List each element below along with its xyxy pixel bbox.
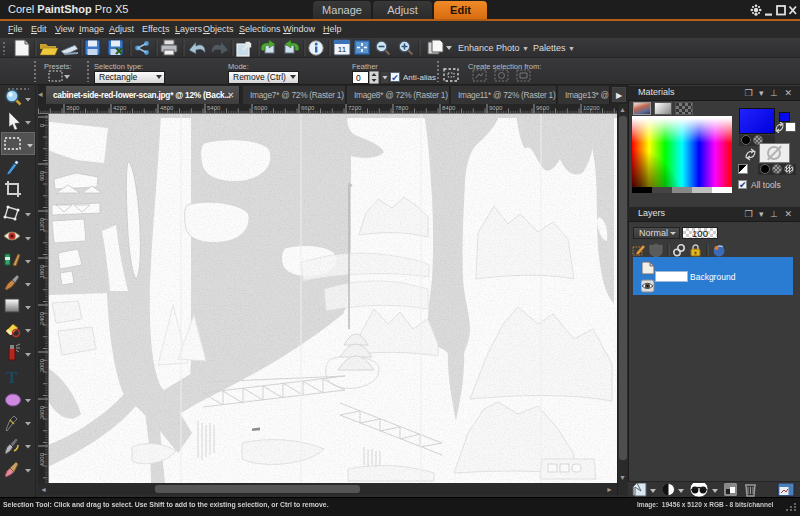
svg-text:9000: 9000 [489,105,503,111]
svg-text:4800: 4800 [160,105,174,111]
svg-text:6000: 6000 [254,105,268,111]
svg-text:9600: 9600 [536,105,550,111]
svg-text:600: 600 [39,170,45,181]
svg-text:8400: 8400 [442,105,456,111]
svg-text:4200: 4200 [39,452,45,466]
svg-text:1200: 1200 [39,217,45,231]
svg-text:2400: 2400 [39,311,45,325]
svg-text:11: 11 [338,45,347,54]
svg-text:4200: 4200 [113,105,127,111]
svg-text:10200: 10200 [583,105,600,111]
svg-text:3000: 3000 [39,358,45,372]
svg-text:3600: 3600 [39,405,45,419]
svg-text:3600: 3600 [66,105,80,111]
svg-text:1800: 1800 [39,264,45,278]
svg-text:5400: 5400 [207,105,221,111]
svg-text:7200: 7200 [348,105,362,111]
svg-text:T: T [6,368,18,387]
svg-text:7800: 7800 [395,105,409,111]
svg-text:6600: 6600 [301,105,315,111]
